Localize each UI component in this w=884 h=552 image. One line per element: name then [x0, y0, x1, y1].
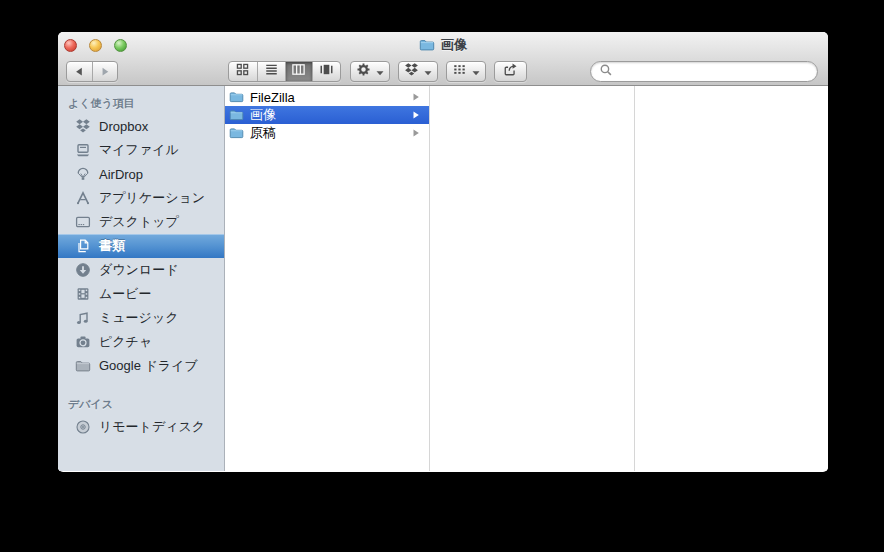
sidebar-item-documents[interactable]: 書類 [58, 234, 224, 258]
sidebar-item-label: 書類 [99, 237, 125, 255]
browser-column-3[interactable] [635, 86, 828, 471]
desktop-background: 画像 [0, 0, 884, 552]
sidebar-item-label: ダウンロード [99, 261, 179, 279]
toolbar [58, 58, 828, 86]
sidebar-item-label: ムービー [99, 285, 152, 303]
file-name: FileZilla [250, 90, 411, 105]
sidebar-item-desktop[interactable]: デスクトップ [58, 210, 224, 234]
browser-column-2[interactable] [430, 86, 635, 471]
file-row[interactable]: 原稿 [225, 124, 429, 142]
sidebar-item-label: デスクトップ [99, 213, 179, 231]
file-row[interactable]: FileZilla [225, 88, 429, 106]
coverflow-view-button[interactable] [312, 62, 340, 81]
folder-icon [419, 37, 435, 53]
downloads-icon [75, 262, 91, 278]
sidebar-item-downloads[interactable]: ダウンロード [58, 258, 224, 282]
disclosure-triangle-icon [411, 128, 421, 138]
titlebar[interactable]: 画像 [58, 32, 828, 58]
list-view-button[interactable] [257, 62, 285, 81]
sidebar-section-header: デバイス [58, 393, 224, 415]
sidebar-item-label: Google ドライブ [99, 357, 198, 375]
sidebar-section: よく使う項目DropboxマイファイルAirDropアプリケーションデスクトップ… [58, 92, 224, 378]
sidebar-section-header: よく使う項目 [58, 92, 224, 114]
dropbox-icon [75, 118, 91, 134]
sidebar-item-label: ミュージック [99, 309, 179, 327]
navigation-buttons [66, 61, 118, 82]
sidebar-item-label: アプリケーション [99, 189, 205, 207]
disclosure-triangle-icon [411, 110, 421, 120]
browser-column-1[interactable]: FileZilla画像原稿 [225, 86, 430, 471]
folder-icon [229, 126, 244, 141]
action-menu-button[interactable] [350, 61, 390, 82]
view-mode-segmented-control [228, 61, 341, 82]
window-content: よく使う項目DropboxマイファイルAirDropアプリケーションデスクトップ… [58, 86, 828, 471]
documents-icon [75, 238, 91, 254]
dropbox-menu-button[interactable] [398, 61, 438, 82]
column-view-icon [291, 62, 306, 81]
file-name: 画像 [250, 106, 411, 124]
camera-icon [75, 334, 91, 350]
forward-button[interactable] [92, 62, 117, 81]
arrange-icon [452, 62, 467, 81]
sidebar-item-label: マイファイル [99, 141, 179, 159]
disc-icon [75, 419, 91, 435]
icon-view-button[interactable] [229, 62, 257, 81]
chevron-down-icon [424, 63, 432, 81]
search-field[interactable] [590, 61, 818, 82]
coverflow-view-icon [319, 62, 334, 81]
window-title: 画像 [441, 36, 467, 54]
sidebar-item-label: Dropbox [99, 119, 148, 134]
sidebar-item-my-files[interactable]: マイファイル [58, 138, 224, 162]
chevron-down-icon [376, 63, 384, 81]
folder-icon [229, 108, 244, 123]
back-button[interactable] [67, 62, 92, 81]
sidebar-item-label: AirDrop [99, 167, 143, 182]
finder-window: 画像 [58, 32, 828, 472]
sidebar-item-movies[interactable]: ムービー [58, 282, 224, 306]
share-button[interactable] [494, 61, 527, 82]
sidebar-item-label: リモートディスク [99, 418, 205, 436]
sidebar-section: デバイスリモートディスク [58, 393, 224, 439]
chevron-down-icon [472, 63, 480, 81]
sidebar-item-pictures[interactable]: ピクチャ [58, 330, 224, 354]
sidebar: よく使う項目DropboxマイファイルAirDropアプリケーションデスクトップ… [58, 86, 225, 471]
sidebar-item-applications[interactable]: アプリケーション [58, 186, 224, 210]
gear-icon [356, 62, 371, 81]
sidebar-item-music[interactable]: ミュージック [58, 306, 224, 330]
column-view-button[interactable] [285, 62, 313, 81]
movies-icon [75, 286, 91, 302]
folder-icon [229, 90, 244, 105]
computer-icon [75, 142, 91, 158]
applications-icon [75, 190, 91, 206]
column-browser: FileZilla画像原稿 [225, 86, 828, 471]
gray-folder-icon [75, 358, 91, 374]
sidebar-item-airdrop[interactable]: AirDrop [58, 162, 224, 186]
share-icon [503, 62, 518, 81]
file-name: 原稿 [250, 124, 411, 142]
desktop-icon [75, 214, 91, 230]
arrange-menu-button[interactable] [446, 61, 486, 82]
window-chrome: 画像 [58, 32, 828, 86]
disclosure-triangle-icon [411, 92, 421, 102]
airdrop-icon [75, 166, 91, 182]
icon-view-icon [235, 62, 250, 81]
sidebar-item-dropbox[interactable]: Dropbox [58, 114, 224, 138]
search-input[interactable] [618, 65, 809, 79]
music-icon [75, 310, 91, 326]
window-title-area: 画像 [58, 36, 828, 54]
list-view-icon [264, 62, 279, 81]
sidebar-item-label: ピクチャ [99, 333, 152, 351]
search-icon [599, 63, 613, 81]
sidebar-item-remote-disc[interactable]: リモートディスク [58, 415, 224, 439]
sidebar-item-google-drive[interactable]: Google ドライブ [58, 354, 224, 378]
dropbox-icon [404, 62, 419, 81]
file-row[interactable]: 画像 [225, 106, 429, 124]
